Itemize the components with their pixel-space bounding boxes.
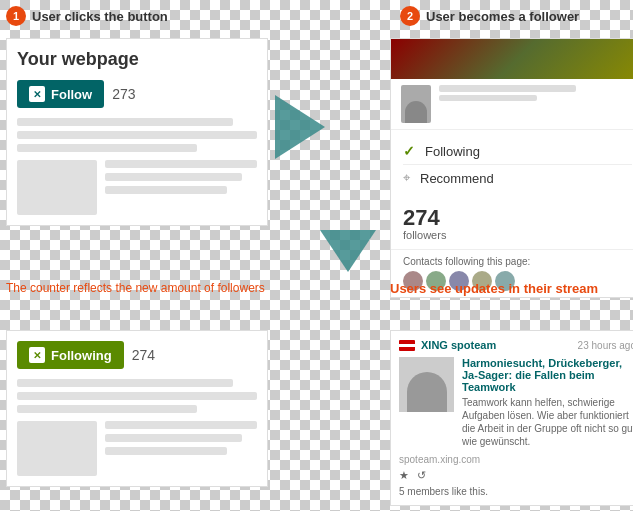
star-action[interactable]: ★ (399, 469, 409, 482)
step1-circle: 1 (6, 6, 26, 26)
xing-icon: ✕ (29, 86, 45, 102)
step2-text: User becomes a follower (426, 9, 579, 24)
following-row: ✕ Following 274 (17, 341, 257, 369)
step2-circle: 2 (400, 6, 420, 26)
following-profile-label: Following (425, 144, 480, 159)
follow-count: 273 (112, 86, 135, 102)
stream-text: Harmoniesucht, Drückeberger, Ja-Sager: d… (462, 357, 633, 448)
line3b (17, 405, 197, 413)
step1-label: 1 User clicks the button (6, 6, 168, 26)
following-button[interactable]: ✕ Following (17, 341, 124, 369)
profile-avatar (401, 85, 431, 123)
checkmark-icon: ✓ (403, 143, 415, 159)
placeholder-content2 (17, 379, 257, 476)
webpage-box-after: ✕ Following 274 (6, 330, 268, 487)
company-flag (399, 340, 415, 351)
recommend-profile-label: Recommend (420, 171, 494, 186)
stream-content: Harmoniesucht, Drückeberger, Ja-Sager: d… (399, 357, 633, 448)
recommend-row-profile: ⌖ Recommend (403, 165, 632, 191)
counter-text: The counter reflects the new amount of f… (6, 280, 265, 297)
line1 (17, 118, 233, 126)
webpage-title: Your webpage (17, 49, 257, 70)
follow-row: ✕ Follow 273 (17, 80, 257, 108)
step1-text: User clicks the button (32, 9, 168, 24)
followers-count-section: 274 followers (403, 207, 632, 241)
placeholder-content (17, 118, 257, 215)
stream-members: 5 members like this. (399, 486, 633, 497)
followers-count: 274 (403, 207, 632, 229)
arrow-down (320, 230, 376, 272)
recommend-icon: ⌖ (403, 170, 410, 186)
users-see-label: Users see updates in their stream (390, 280, 598, 298)
line2 (17, 131, 257, 139)
follow-button[interactable]: ✕ Follow (17, 80, 104, 108)
following-count: 274 (132, 347, 155, 363)
stream-article-title: Harmoniesucht, Drückeberger, Ja-Sager: d… (462, 357, 633, 393)
profile-placeholder (439, 85, 633, 123)
contacts-title: Contacts following this page: (403, 256, 632, 267)
following-label: Following (51, 348, 112, 363)
stream-actions: ★ ↺ (399, 469, 633, 482)
webpage-box-before: Your webpage ✕ Follow 273 (6, 38, 268, 226)
line3 (17, 144, 197, 152)
followers-section: 274 followers (391, 199, 633, 250)
xing-icon-green: ✕ (29, 347, 45, 363)
avatar-section (391, 79, 633, 130)
stream-header: XING spoteam 23 hours ago (399, 339, 633, 351)
stream-link: spoteam.xing.com (399, 454, 633, 465)
followers-label: followers (403, 229, 632, 241)
line2b (17, 392, 257, 400)
share-action[interactable]: ↺ (417, 469, 426, 482)
following-row-profile: ✓ Following (403, 138, 632, 165)
profile-box: ✓ Following ⌖ Recommend 274 followers Co… (390, 38, 633, 298)
arrow-right (275, 95, 325, 159)
stream-article-desc: Teamwork kann helfen, schwierige Aufgabe… (462, 396, 633, 448)
stream-time: 23 hours ago (578, 340, 633, 351)
profile-actions: ✓ Following ⌖ Recommend (391, 130, 633, 199)
line1b (17, 379, 233, 387)
stream-company: XING spoteam (421, 339, 496, 351)
profile-header-image (391, 39, 633, 79)
stream-box: XING spoteam 23 hours ago Harmoniesucht,… (390, 330, 633, 506)
follow-label: Follow (51, 87, 92, 102)
stream-image (399, 357, 454, 412)
step2-label: 2 User becomes a follower (400, 6, 579, 26)
